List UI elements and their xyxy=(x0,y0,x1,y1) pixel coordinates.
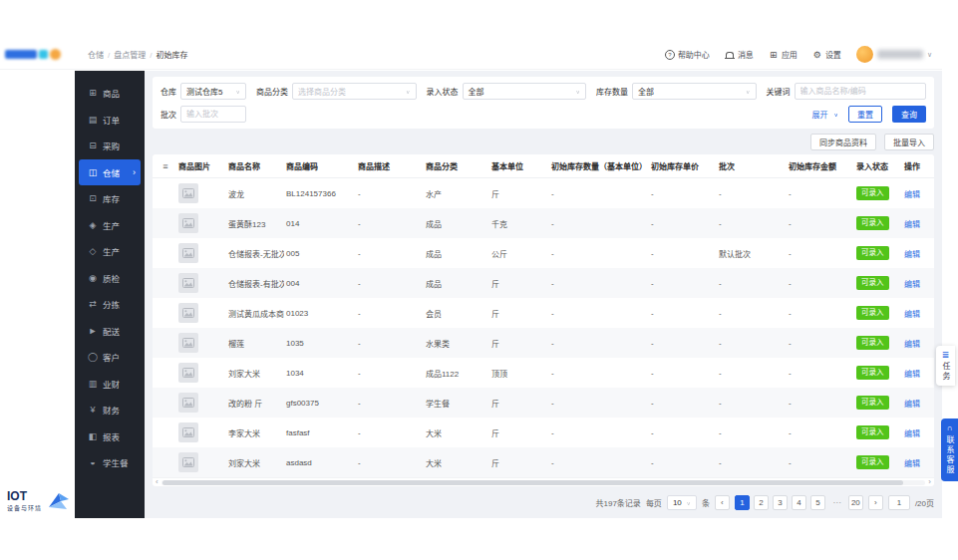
sidebar-item[interactable]: ◫ 仓储 xyxy=(79,159,141,186)
initial-price-cell: - xyxy=(649,219,717,228)
image-icon xyxy=(182,427,194,437)
breadcrumb-item[interactable]: 盘点管理 xyxy=(104,51,146,60)
initial-amount-cell: - xyxy=(787,369,854,378)
table-row[interactable]: 蛋黄酥123 014 - 成品 千克 - - - - 可录入 编辑 xyxy=(153,208,934,238)
page-button[interactable]: 3 xyxy=(773,495,788,510)
product-image-cell xyxy=(176,243,226,263)
reset-button[interactable]: 重置 xyxy=(848,106,882,123)
sidebar-item[interactable]: ► 配送 xyxy=(79,318,141,345)
edit-link[interactable]: 编辑 xyxy=(904,370,920,379)
contact-service-widget[interactable]: ∩ 联系客服 xyxy=(941,419,958,481)
entry-status-select[interactable]: 全部 ∨ xyxy=(463,83,587,100)
sidebar-item[interactable]: ◉ 质检 xyxy=(79,265,141,292)
product-category-cell: 水果类 xyxy=(424,338,489,349)
sidebar-item-icon: ◧ xyxy=(88,431,98,441)
batch-input[interactable] xyxy=(180,106,246,123)
next-page-button[interactable]: › xyxy=(868,495,883,510)
edit-link[interactable]: 编辑 xyxy=(904,459,920,468)
page-button[interactable]: 5 xyxy=(810,495,825,510)
table-row[interactable]: 仓储报表-有批次 004 - 成品 斤 - - - - 可录入 编辑 xyxy=(153,268,934,298)
expand-all-icon[interactable]: ≡ xyxy=(153,161,176,171)
scroll-right-icon[interactable]: › xyxy=(928,478,931,486)
image-icon xyxy=(182,188,194,198)
edit-link[interactable]: 编辑 xyxy=(904,190,920,199)
topbar: 仓储盘点管理初始库存 帮助中心 消息 应用 xyxy=(0,40,942,70)
iot-subtitle: 设备与环境 xyxy=(7,503,42,512)
stock-qty-select[interactable]: 全部 ∨ xyxy=(632,83,757,100)
search-button[interactable]: 查询 xyxy=(892,106,926,123)
sidebar-item[interactable]: ◈ 生产 xyxy=(79,212,141,239)
per-page-label: 每页 xyxy=(646,497,662,508)
batch-cell: - xyxy=(717,189,787,198)
topbar-action[interactable]: 消息 xyxy=(725,49,754,60)
sync-products-button[interactable]: 同步商品资料 xyxy=(810,134,876,150)
edit-link[interactable]: 编辑 xyxy=(904,400,920,409)
page-button[interactable]: 4 xyxy=(792,495,806,510)
user-menu[interactable]: ∨ xyxy=(856,46,932,63)
sidebar-item[interactable]: ⊡ 库存 xyxy=(79,185,141,212)
sidebar-item[interactable]: ▥ 业财 xyxy=(79,371,141,398)
edit-link[interactable]: 编辑 xyxy=(904,220,920,229)
sidebar-item[interactable]: ⇄ 分拣 xyxy=(79,291,141,318)
edit-link[interactable]: 编辑 xyxy=(904,340,920,349)
sidebar-item[interactable]: ⊞ 商品 xyxy=(79,80,141,107)
edit-link[interactable]: 编辑 xyxy=(904,280,920,289)
page-jump-input[interactable]: 1 xyxy=(888,495,910,510)
status-badge: 可录入 xyxy=(856,276,889,290)
page-button[interactable]: 1 xyxy=(735,495,750,510)
chevron-down-icon: ∨ xyxy=(834,112,838,118)
initial-amount-cell: - xyxy=(787,458,854,467)
username-redacted xyxy=(877,50,923,59)
sidebar-item[interactable]: ◯ 客户 xyxy=(79,344,141,371)
topbar-action[interactable]: 设置 xyxy=(812,49,841,60)
company-logo[interactable] xyxy=(0,49,75,60)
sidebar-item[interactable]: ¥ 财务 xyxy=(79,397,141,423)
table-row[interactable]: 李家大米 fasfasf - 大米 斤 - - - - 可录入 编辑 xyxy=(153,418,934,447)
edit-link[interactable]: 编辑 xyxy=(904,429,920,438)
avatar[interactable] xyxy=(856,46,873,63)
task-widget[interactable]: ≣ 任务 xyxy=(936,346,955,386)
sidebar-item[interactable]: ◇ 生产 xyxy=(79,238,141,265)
horizontal-scrollbar[interactable]: ‹ › xyxy=(153,477,934,486)
product-name-cell: 李家大米 xyxy=(226,427,284,438)
page-button[interactable]: ⋯ xyxy=(829,495,844,510)
table-row[interactable]: 榴莲 1035 - 水果类 斤 - - - - 可录入 编辑 xyxy=(153,328,934,358)
product-desc-cell: - xyxy=(356,279,424,288)
sidebar-item-icon: ◒ xyxy=(88,457,98,467)
expand-filters-link[interactable]: 展开 ∨ xyxy=(812,109,838,120)
chevron-down-icon: ∨ xyxy=(236,89,240,95)
iot-title: IOT xyxy=(7,490,42,502)
scrollbar-track[interactable] xyxy=(161,480,926,485)
edit-link[interactable]: 编辑 xyxy=(904,250,920,259)
keyword-input[interactable] xyxy=(795,83,927,100)
column-header: 商品编码 xyxy=(284,160,356,171)
sidebar-item[interactable]: ◒ 学生餐 xyxy=(79,449,141,476)
category-select[interactable]: 选择商品分类 ∨ xyxy=(292,83,417,100)
chevron-down-icon: ∨ xyxy=(746,89,750,95)
per-page-select[interactable]: 10 ∨ xyxy=(667,495,697,510)
sidebar-item[interactable]: ⊟ 采购 xyxy=(79,133,141,159)
topbar-action[interactable]: 应用 xyxy=(769,49,798,60)
sidebar-item-label: 生产 xyxy=(103,219,120,231)
table-row[interactable]: 测试黄瓜成本商品 01023 - 会员 斤 - - - - 可录入 编辑 xyxy=(153,298,934,328)
table-row[interactable]: 刘家大米 asdasd - 大米 斤 - - - - 可录入 编辑 xyxy=(153,447,934,477)
topbar-action[interactable]: 帮助中心 xyxy=(665,49,710,60)
table-row[interactable]: 波龙 BL124157366 - 水产 斤 - - - - 可录入 编辑 xyxy=(153,178,934,208)
sidebar-item[interactable]: ▤ 订单 xyxy=(79,107,141,134)
prev-page-button[interactable]: ‹ xyxy=(715,495,730,510)
page-button[interactable]: 20 xyxy=(848,495,863,510)
table-row[interactable]: 仓储报表-无批次 005 - 成品 公斤 - - 默认批次 - 可录入 编辑 xyxy=(153,238,934,268)
sidebar-item-icon: ◉ xyxy=(88,273,98,283)
table-row[interactable]: 改的粉 斤 gfs00375 - 学生餐 斤 - - - - 可录入 编辑 xyxy=(153,388,934,418)
edit-link[interactable]: 编辑 xyxy=(904,310,920,319)
sidebar-item-icon: ⇄ xyxy=(88,299,98,309)
batch-import-button[interactable]: 批量导入 xyxy=(884,134,934,150)
sidebar-item[interactable]: ◧ 报表 xyxy=(79,423,141,450)
table-row[interactable]: 刘家大米 1034 - 成品1122 顶顶 - - - - 可录入 编辑 xyxy=(153,358,934,388)
page-button[interactable]: 2 xyxy=(754,495,769,510)
breadcrumb-item[interactable]: 仓储 xyxy=(88,51,104,60)
warehouse-select[interactable]: 测试仓库5 ∨ xyxy=(180,83,246,100)
breadcrumb-item[interactable]: 初始库存 xyxy=(146,51,187,60)
scrollbar-thumb[interactable] xyxy=(162,480,904,485)
scroll-left-icon[interactable]: ‹ xyxy=(156,478,159,486)
